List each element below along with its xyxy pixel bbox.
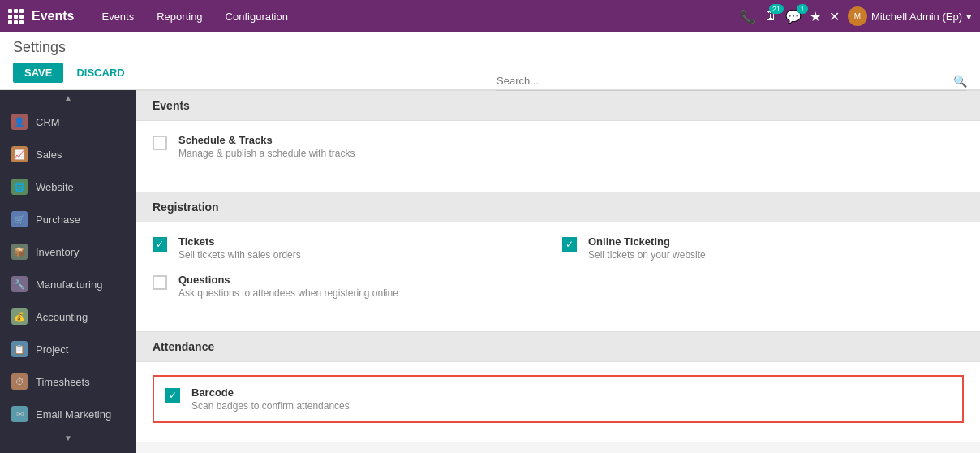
sidebar-label-accounting: Accounting	[36, 311, 88, 323]
questions-checkbox[interactable]	[153, 275, 167, 290]
close-icon[interactable]: ✕	[829, 9, 840, 24]
calendar-badge: 21	[769, 4, 784, 14]
sidebar-label-timesheets: Timesheets	[36, 376, 90, 388]
sidebar-item-timesheets[interactable]: ⏱ Timesheets	[0, 365, 136, 398]
questions-label: Questions	[178, 274, 554, 286]
questions-option: Questions Ask questions to attendees whe…	[153, 274, 554, 299]
content-area: Events Schedule & Tracks Manage & publis…	[136, 90, 980, 453]
save-button[interactable]: SAVE	[13, 63, 63, 83]
accounting-icon: 💰	[11, 308, 28, 325]
app-grid-icon[interactable]	[8, 9, 24, 24]
sidebar-label-website: Website	[36, 181, 74, 193]
registration-section-header: Registration	[136, 192, 980, 222]
settings-title: Settings	[13, 39, 967, 56]
chat-badge: 1	[797, 4, 808, 14]
manufacturing-icon: 🔧	[11, 276, 28, 292]
sidebar-scroll-down[interactable]: ▼	[0, 430, 136, 446]
attendance-section-header: Attendance	[136, 331, 980, 362]
user-menu[interactable]: M Mitchell Admin (Ep) ▾	[848, 6, 972, 26]
emailmarketing-icon: ✉	[11, 406, 28, 422]
registration-col1: ✓ Tickets Sell tickets with sales orders…	[153, 235, 554, 312]
sidebar-item-accounting[interactable]: 💰 Accounting	[0, 300, 136, 333]
project-icon: 📋	[11, 341, 28, 357]
online-ticketing-option: ✓ Online Ticketing Sell tickets on your …	[562, 235, 964, 261]
search-button[interactable]: 🔍	[953, 75, 967, 88]
registration-col2: ✓ Online Ticketing Sell tickets on your …	[562, 235, 964, 312]
sidebar-label-emailmarketing: Email Marketing	[36, 408, 111, 421]
sidebar-item-project[interactable]: 📋 Project	[0, 333, 136, 365]
sidebar-label-manufacturing: Manufacturing	[36, 278, 102, 291]
phone-icon[interactable]: 📞	[740, 9, 756, 24]
sidebar-label-project: Project	[36, 343, 68, 356]
schedule-tracks-option: Schedule & Tracks Manage & publish a sch…	[153, 134, 964, 159]
app-title: Events	[32, 9, 74, 24]
registration-options-grid: ✓ Tickets Sell tickets with sales orders…	[153, 235, 964, 312]
navbar: Events Events Reporting Configuration 📞 …	[0, 0, 980, 32]
user-dropdown-icon: ▾	[966, 11, 972, 23]
sidebar-item-crm[interactable]: 👤 CRM	[0, 106, 136, 138]
registration-section-body: ✓ Tickets Sell tickets with sales orders…	[136, 222, 980, 331]
discard-button[interactable]: DISCARD	[70, 63, 131, 83]
settings-bar: Settings SAVE DISCARD 🔍	[0, 32, 980, 90]
user-name: Mitchell Admin (Ep)	[871, 11, 962, 23]
questions-desc: Ask questions to attendees when register…	[178, 287, 554, 299]
sidebar-item-inventory[interactable]: 📦 Inventory	[0, 235, 136, 268]
tickets-desc: Sell tickets with sales orders	[178, 249, 554, 261]
sidebar-label-crm: CRM	[36, 116, 60, 128]
sidebar-scroll-up[interactable]: ▲	[0, 90, 136, 106]
sidebar: ▲ 👤 CRM 📈 Sales 🌐 Website 🛒 Purchase 📦 I…	[0, 90, 136, 453]
search-input[interactable]	[496, 71, 953, 90]
barcode-desc: Scan badges to confirm attendances	[191, 400, 951, 412]
star-icon[interactable]: ★	[810, 9, 821, 24]
tickets-option: ✓ Tickets Sell tickets with sales orders	[153, 235, 554, 261]
online-ticketing-checkbox[interactable]: ✓	[562, 237, 577, 252]
sidebar-label-inventory: Inventory	[36, 246, 79, 258]
sidebar-item-sales[interactable]: 📈 Sales	[0, 138, 136, 170]
avatar: M	[848, 6, 867, 26]
barcode-label: Barcode	[191, 386, 951, 399]
search-bar: 🔍	[496, 71, 967, 91]
purchase-icon: 🛒	[11, 211, 28, 227]
tickets-label: Tickets	[178, 235, 554, 248]
navbar-menu: Events Reporting Configuration	[98, 9, 740, 24]
sidebar-item-website[interactable]: 🌐 Website	[0, 170, 136, 203]
sidebar-item-purchase[interactable]: 🛒 Purchase	[0, 203, 136, 235]
sidebar-item-emailmarketing[interactable]: ✉ Email Marketing	[0, 398, 136, 430]
schedule-tracks-checkbox[interactable]	[153, 136, 167, 150]
inventory-icon: 📦	[11, 244, 28, 260]
barcode-option-highlighted: ✓ Barcode Scan badges to confirm attenda…	[153, 375, 964, 423]
main-container: ▲ 👤 CRM 📈 Sales 🌐 Website 🛒 Purchase 📦 I…	[0, 90, 980, 453]
online-ticketing-desc: Sell tickets on your website	[588, 249, 964, 261]
sidebar-label-purchase: Purchase	[36, 214, 80, 226]
navbar-menu-configuration[interactable]: Configuration	[222, 9, 291, 24]
attendance-section-body: ✓ Barcode Scan badges to confirm attenda…	[136, 362, 980, 442]
barcode-checkbox[interactable]: ✓	[165, 388, 180, 403]
events-section-header: Events	[136, 90, 980, 121]
online-ticketing-label: Online Ticketing	[588, 235, 964, 248]
crm-icon: 👤	[11, 114, 28, 130]
timesheets-icon: ⏱	[11, 373, 28, 390]
events-section-body: Schedule & Tracks Manage & publish a sch…	[136, 121, 980, 192]
schedule-tracks-label: Schedule & Tracks	[178, 134, 964, 146]
website-icon: 🌐	[11, 179, 28, 195]
tickets-checkbox[interactable]: ✓	[153, 237, 167, 252]
sidebar-label-sales: Sales	[36, 149, 62, 161]
navbar-right: 📞 🗓 21 💬 1 ★ ✕ M Mitchell Admin (Ep) ▾	[740, 6, 972, 26]
schedule-tracks-desc: Manage & publish a schedule with tracks	[178, 148, 964, 159]
sidebar-item-manufacturing[interactable]: 🔧 Manufacturing	[0, 268, 136, 300]
navbar-menu-events[interactable]: Events	[98, 9, 137, 24]
sales-icon: 📈	[11, 146, 28, 162]
navbar-menu-reporting[interactable]: Reporting	[153, 9, 205, 24]
calendar-icon[interactable]: 🗓 21	[764, 9, 777, 24]
chat-icon[interactable]: 💬 1	[785, 9, 802, 24]
